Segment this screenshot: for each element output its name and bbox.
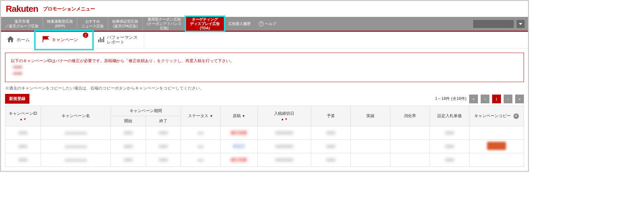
col-start: 開始 [111,116,146,126]
alert-item: - 0000 [11,64,518,71]
col-creative[interactable]: 原稿 ▼ [221,106,258,126]
subtab-campaign-label: キャンペーン [52,37,78,43]
filter-icon: ▼ [242,114,245,118]
account-button[interactable] [473,20,514,28]
page-prev-button[interactable]: ‹ [481,95,489,103]
nav-rakuten-group-ads[interactable]: 楽天市場 ／楽天グループ広告 [1,17,43,31]
sort-icon: ▲▼ [281,118,288,121]
page-next-button[interactable]: › [504,95,512,103]
table-row[interactable]: 0000 xxxxxxxxxxx 0000 0000 xxx 承認済 00000… [5,140,524,153]
nav-cpa-ads[interactable]: 効果保証型広告 (楽天CPA広告) [108,17,142,31]
page-title: プロモーションメニュー [43,6,95,12]
bar-chart-icon [98,37,104,43]
col-end: 終了 [146,116,181,126]
alert-box: 以下のキャンペーンIDはバナーの修正が必要です。原稿欄から「修正依頼あり」をクリ… [5,53,524,82]
subtab-home[interactable]: ホーム [1,32,36,48]
sort-icon: ▲▼ [20,118,26,121]
col-actual: 実績 [351,106,390,126]
table-row[interactable]: 0000 xxxxxxxxxxx 0000 0000 xxx 修正依頼 0000… [5,153,524,167]
nav-ad-history[interactable]: 広告購入履歴 [224,17,255,31]
col-bid: 設定入札単価 [430,106,469,126]
nav-coupon-advance[interactable]: 運用型クーポン広告 (クーポンアドバンス 広告) [142,17,186,31]
col-campaign-id[interactable]: キャンペーンID ▲▼ [5,106,41,126]
nav-help[interactable]: ?ヘルプ [255,17,280,31]
col-budget: 予算 [311,106,351,126]
col-rate: 消化率 [390,106,430,126]
new-register-button[interactable]: 新規登録 [5,94,29,104]
home-icon [7,36,14,44]
col-status[interactable]: ステータス ▼ [181,106,221,126]
subtab-report[interactable]: パフォーマンス レポート [92,32,144,48]
table-row[interactable]: 0000 xxxxxxxxxxx 0000 0000 xxx 修正依頼 0000… [5,126,524,140]
pagination-area: 1～16件 (全16件) « ‹ 1 › » [435,95,524,103]
flag-icon [42,36,49,44]
page-first-button[interactable]: « [469,95,478,103]
nav-rpp[interactable]: 検索連動型広告 (RPP) [43,17,77,31]
copy-note: ※過去のキャンペーンをコピーしたい場合は、右端のコピーボタンからキャンペーンをコ… [5,85,524,91]
account-dropdown-toggle[interactable] [516,20,525,28]
col-period: キャンペーン期間 [111,106,181,116]
help-icon: ? [259,21,264,26]
campaign-badge: 2 [83,32,88,38]
page-current[interactable]: 1 [492,95,501,103]
nav-news-ads[interactable]: おすすめ ニュース広告 [77,17,108,31]
subtabs: ホーム キャンペーン 2 パフォーマンス レポート [1,32,528,49]
content-area: 以下のキャンペーンIDはバナーの修正が必要です。原稿欄から「修正依頼あり」をクリ… [1,49,528,171]
subtab-home-label: ホーム [17,37,30,43]
filter-icon: ▼ [210,114,213,118]
alert-item: - 0000 [11,71,518,77]
col-campaign-name[interactable]: キャンペーン名 [41,106,111,126]
toolbar: 新規登録 1～16件 (全16件) « ‹ 1 › » [5,94,524,104]
subtab-report-label-2: レポート [107,40,138,45]
campaign-table: キャンペーンID ▲▼ キャンペーン名 キャンペーン期間 ステータス ▼ 原稿 … [5,106,524,167]
page-last-button[interactable]: » [515,95,524,103]
copy-button[interactable] [487,142,506,150]
top-nav: 楽天市場 ／楽天グループ広告 検索連動型広告 (RPP) おすすめ ニュース広告… [1,17,528,32]
caret-down-icon [519,23,522,25]
nav-right-controls [473,17,528,31]
brand-logo: Rakuten [6,4,38,14]
alert-message: 以下のキャンペーンIDはバナーの修正が必要です。原稿欄から「修正依頼あり」をクリ… [11,58,518,64]
page-summary: 1～16件 (全16件) [435,96,466,102]
col-deadline[interactable]: 入稿締切日 ▲▼ [257,106,311,126]
col-copy: キャンペーンコピー ✕ [469,106,524,126]
header-bar: Rakuten プロモーションメニュー [1,1,528,17]
close-icon[interactable]: ✕ [513,113,519,119]
subtab-report-label-1: パフォーマンス [107,35,138,40]
subtab-campaign[interactable]: キャンペーン 2 [36,32,92,48]
nav-tda[interactable]: ターゲティング ディスプレイ広告 (TDA) [186,17,224,31]
